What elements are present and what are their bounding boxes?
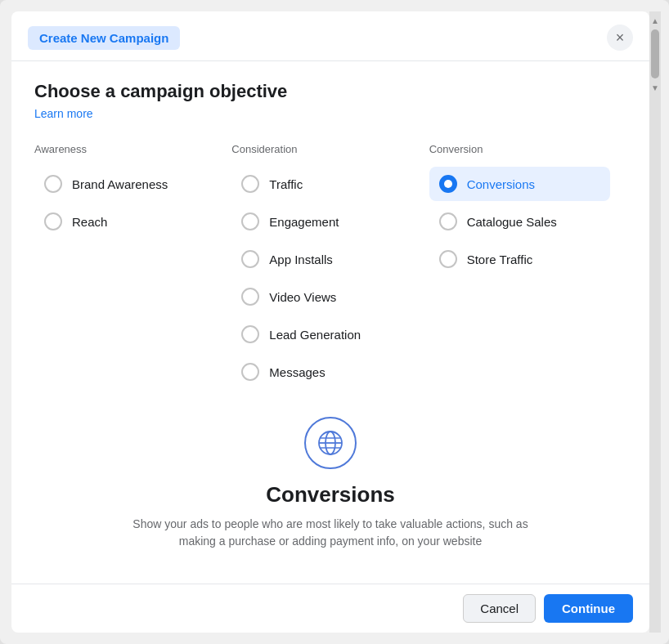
description-section: Conversions Show your ads to people who … [34, 392, 626, 566]
option-label-messages: Messages [269, 365, 325, 379]
option-label-brand-awareness: Brand Awareness [72, 177, 168, 191]
modal-footer: Cancel Continue [11, 584, 649, 633]
awareness-header: Awareness [34, 143, 215, 155]
cancel-button[interactable]: Cancel [463, 594, 536, 623]
radio-traffic [241, 175, 259, 193]
option-conversions[interactable]: Conversions [429, 167, 610, 201]
close-icon: × [616, 29, 625, 47]
radio-catalogue-sales [439, 212, 457, 230]
option-label-video-views: Video Views [269, 290, 336, 304]
modal-title: Create New Campaign [28, 26, 180, 50]
scrollbar-up-button[interactable]: ▲ [649, 15, 661, 26]
scrollbar-down-button[interactable]: ▼ [649, 82, 661, 93]
radio-conversions [439, 175, 457, 193]
option-label-app-installs: App Installs [269, 253, 333, 266]
option-messages[interactable]: Messages [231, 355, 412, 389]
radio-inner-conversions [444, 180, 452, 188]
globe-icon [316, 428, 345, 458]
option-brand-awareness[interactable]: Brand Awareness [34, 167, 215, 201]
option-store-traffic[interactable]: Store Traffic [429, 242, 610, 276]
consideration-header: Consideration [231, 143, 412, 155]
modal-wrapper: Create New Campaign × Choose a campaign … [0, 0, 669, 644]
continue-button[interactable]: Continue [544, 594, 633, 623]
awareness-column: Awareness Brand Awareness Reach [34, 143, 231, 392]
option-label-traffic: Traffic [269, 177, 303, 191]
description-title: Conversions [266, 482, 395, 508]
objectives-grid: Awareness Brand Awareness Reach Consider… [34, 143, 626, 392]
option-label-conversions: Conversions [467, 177, 535, 191]
radio-store-traffic [439, 250, 457, 268]
option-catalogue-sales[interactable]: Catalogue Sales [429, 204, 610, 239]
modal-header: Create New Campaign × [11, 11, 649, 61]
scrollbar-track: ▲ ▼ [649, 11, 661, 633]
conversion-column: Conversion Conversions Catalogue Sales S… [429, 143, 626, 392]
radio-lead-generation [241, 325, 259, 343]
learn-more-link[interactable]: Learn more [34, 107, 626, 120]
option-reach[interactable]: Reach [34, 204, 215, 239]
option-video-views[interactable]: Video Views [231, 280, 412, 314]
scrollbar-thumb[interactable] [651, 29, 659, 78]
option-label-reach: Reach [72, 215, 107, 229]
consideration-column: Consideration Traffic Engagement App Ins… [231, 143, 429, 392]
conversion-header: Conversion [429, 143, 610, 155]
option-label-lead-generation: Lead Generation [269, 328, 361, 342]
radio-video-views [241, 288, 259, 306]
radio-engagement [241, 212, 259, 230]
close-button[interactable]: × [607, 25, 633, 51]
option-engagement[interactable]: Engagement [231, 204, 412, 239]
option-label-catalogue-sales: Catalogue Sales [467, 215, 557, 229]
conversion-icon-circle [304, 417, 357, 469]
radio-reach [44, 212, 62, 230]
description-text: Show your ads to people who are most lik… [118, 516, 543, 550]
option-label-engagement: Engagement [269, 215, 339, 229]
modal-body: Choose a campaign objective Learn more A… [11, 61, 649, 584]
option-traffic[interactable]: Traffic [231, 167, 412, 201]
radio-app-installs [241, 250, 259, 268]
modal-dialog: Create New Campaign × Choose a campaign … [11, 11, 649, 633]
radio-brand-awareness [44, 175, 62, 193]
option-app-installs[interactable]: App Installs [231, 242, 412, 276]
radio-messages [241, 363, 259, 381]
section-heading: Choose a campaign objective [34, 81, 626, 102]
option-label-store-traffic: Store Traffic [467, 253, 533, 266]
option-lead-generation[interactable]: Lead Generation [231, 317, 412, 351]
